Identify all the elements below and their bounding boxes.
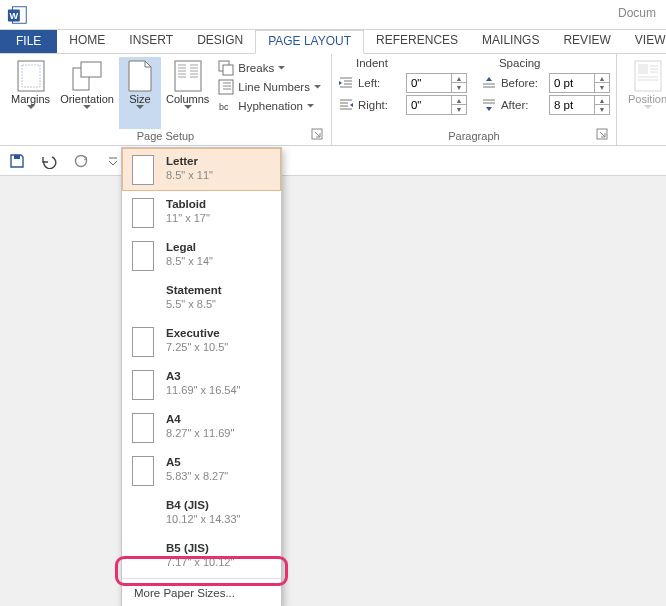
undo-button[interactable] xyxy=(38,150,60,172)
margins-button[interactable]: Margins xyxy=(6,57,55,129)
columns-icon xyxy=(174,59,202,93)
caret-down-icon xyxy=(83,105,91,110)
indent-left-input[interactable]: ▲▼ xyxy=(406,73,467,93)
size-option-name: A3 xyxy=(166,369,240,383)
size-dropdown-gallery: Letter8.5" x 11"Tabloid11" x 17"Legal8.5… xyxy=(121,147,282,606)
more-paper-sizes[interactable]: More Paper Sizes... xyxy=(122,578,281,606)
orientation-icon xyxy=(71,59,103,93)
svg-rect-6 xyxy=(81,62,101,77)
spacing-heading: Spacing xyxy=(481,57,610,71)
caret-down-icon xyxy=(644,105,652,110)
position-icon xyxy=(634,59,662,93)
size-option-dims: 11.69" x 16.54" xyxy=(166,383,240,397)
ribbon-tabs: FILE HOMEINSERTDESIGNPAGE LAYOUTREFERENC… xyxy=(0,30,666,54)
size-option-statement[interactable]: Statement5.5" x 8.5" xyxy=(122,277,281,320)
spin-up-icon[interactable]: ▲ xyxy=(595,96,609,105)
size-option-a4[interactable]: A48.27" x 11.69" xyxy=(122,406,281,449)
indent-heading: Indent xyxy=(338,57,467,71)
size-option-dims: 5.83" x 8.27" xyxy=(166,469,228,483)
position-button[interactable]: Position xyxy=(623,57,666,129)
spin-up-icon[interactable]: ▲ xyxy=(595,74,609,83)
tab-home[interactable]: HOME xyxy=(57,30,117,54)
breaks-button[interactable]: Breaks xyxy=(214,59,325,77)
size-option-name: Legal xyxy=(166,240,213,254)
size-option-b4-jis-[interactable]: B4 (JIS)10.12" x 14.33" xyxy=(122,492,281,535)
size-option-dims: 8.5" x 11" xyxy=(166,168,213,182)
size-option-name: Executive xyxy=(166,326,228,340)
caret-down-icon xyxy=(314,85,321,89)
tab-view[interactable]: VIEW xyxy=(623,30,666,54)
indent-left-icon xyxy=(338,76,354,90)
size-option-name: B5 (JIS) xyxy=(166,541,234,555)
breaks-icon xyxy=(218,60,234,76)
tab-mailings[interactable]: MAILINGS xyxy=(470,30,551,54)
page-icon xyxy=(132,413,154,443)
save-button[interactable] xyxy=(6,150,28,172)
svg-rect-19 xyxy=(223,65,233,75)
spin-up-icon[interactable]: ▲ xyxy=(452,96,466,105)
tab-design[interactable]: DESIGN xyxy=(185,30,255,54)
svg-rect-47 xyxy=(14,155,20,159)
size-option-letter[interactable]: Letter8.5" x 11" xyxy=(122,148,281,191)
spacing-before-icon xyxy=(481,76,497,90)
page-icon xyxy=(132,241,154,271)
svg-rect-20 xyxy=(219,80,233,94)
word-app-icon: W xyxy=(6,4,30,26)
group-page-setup: Margins Orientation Size xyxy=(0,54,332,145)
tab-references[interactable]: REFERENCES xyxy=(364,30,470,54)
orientation-button[interactable]: Orientation xyxy=(55,57,119,129)
page-icon xyxy=(132,370,154,400)
size-option-name: A5 xyxy=(166,455,228,469)
hyphenation-icon: bc xyxy=(218,98,234,114)
svg-rect-40 xyxy=(638,64,648,74)
caret-down-icon xyxy=(184,105,192,110)
size-option-legal[interactable]: Legal8.5" x 14" xyxy=(122,234,281,277)
spacing-after-input[interactable]: ▲▼ xyxy=(549,95,610,115)
ribbon: Margins Orientation Size xyxy=(0,53,666,146)
tab-review[interactable]: REVIEW xyxy=(551,30,622,54)
size-option-dims: 8.5" x 14" xyxy=(166,254,213,268)
indent-right-icon xyxy=(338,98,354,112)
page-icon xyxy=(132,327,154,357)
group-label-page-setup: Page Setup xyxy=(6,129,325,143)
size-option-dims: 5.5" x 8.5" xyxy=(166,297,222,311)
spin-up-icon[interactable]: ▲ xyxy=(452,74,466,83)
spacing-before-input[interactable]: ▲▼ xyxy=(549,73,610,93)
size-option-name: B4 (JIS) xyxy=(166,498,240,512)
size-icon xyxy=(127,59,153,93)
page-icon xyxy=(132,198,154,228)
size-option-dims: 8.27" x 11.69" xyxy=(166,426,234,440)
line-numbers-button[interactable]: Line Numbers xyxy=(214,78,325,96)
spin-down-icon[interactable]: ▼ xyxy=(595,83,609,92)
window-title: Docum xyxy=(618,6,656,20)
size-button[interactable]: Size xyxy=(119,57,161,129)
size-option-name: A4 xyxy=(166,412,234,426)
spin-down-icon[interactable]: ▼ xyxy=(452,105,466,114)
redo-button[interactable] xyxy=(70,150,92,172)
tab-file[interactable]: FILE xyxy=(0,30,57,54)
spacing-after-icon xyxy=(481,98,497,112)
size-option-tabloid[interactable]: Tabloid11" x 17" xyxy=(122,191,281,234)
size-option-dims: 7.17" x 10.12" xyxy=(166,555,234,569)
paragraph-launcher[interactable] xyxy=(596,128,610,142)
size-option-dims: 10.12" x 14.33" xyxy=(166,512,240,526)
size-option-dims: 11" x 17" xyxy=(166,211,210,225)
svg-text:W: W xyxy=(10,10,19,20)
size-option-executive[interactable]: Executive7.25" x 10.5" xyxy=(122,320,281,363)
page-setup-launcher[interactable] xyxy=(311,128,325,142)
hyphenation-button[interactable]: bc Hyphenation xyxy=(214,97,325,115)
spin-down-icon[interactable]: ▼ xyxy=(595,105,609,114)
tab-page-layout[interactable]: PAGE LAYOUT xyxy=(255,30,364,54)
indent-right-input[interactable]: ▲▼ xyxy=(406,95,467,115)
size-option-name: Statement xyxy=(166,283,222,297)
size-option-a5[interactable]: A55.83" x 8.27" xyxy=(122,449,281,492)
group-label-paragraph: Paragraph xyxy=(338,129,610,143)
size-option-a3[interactable]: A311.69" x 16.54" xyxy=(122,363,281,406)
title-bar: W Docum xyxy=(0,0,666,30)
caret-down-icon xyxy=(136,105,144,110)
caret-down-icon xyxy=(27,105,35,110)
size-option-b5-jis-[interactable]: B5 (JIS)7.17" x 10.12" xyxy=(122,535,281,578)
columns-button[interactable]: Columns xyxy=(161,57,214,129)
tab-insert[interactable]: INSERT xyxy=(117,30,185,54)
spin-down-icon[interactable]: ▼ xyxy=(452,83,466,92)
